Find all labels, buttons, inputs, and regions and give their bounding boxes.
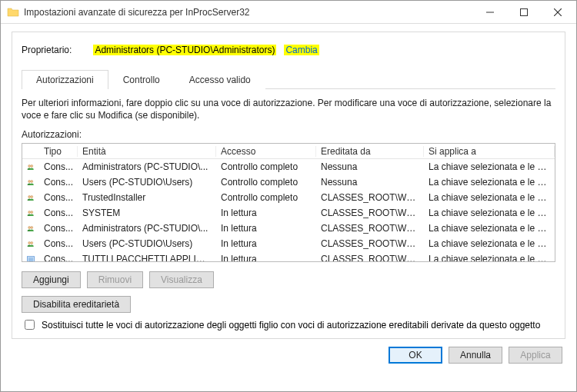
cell-inherited: CLASSES_ROOT\Wow6...	[316, 223, 424, 234]
user-group-icon	[27, 162, 35, 172]
replace-child-entries-label: Sostituisci tutte le voci di autorizzazi…	[42, 320, 540, 331]
cell-inherited: Nessuna	[316, 177, 424, 188]
remove-button: Rimuovi	[87, 271, 143, 288]
cell-access: In lettura	[216, 238, 316, 249]
col-entity[interactable]: Entità	[78, 146, 216, 157]
svg-point-10	[28, 211, 31, 213]
cell-access: In lettura	[216, 223, 316, 234]
help-text: Per ulteriori informazioni, fare doppio …	[22, 97, 555, 121]
cell-type: Cons...	[39, 208, 78, 218]
list-row[interactable]: Cons...TrustedInstallerControllo complet…	[22, 190, 555, 205]
owner-value: Administrators (PC-STUDIO\Administrators…	[93, 45, 276, 55]
cell-type: Cons...	[39, 177, 78, 188]
main-panel: Proprietario: Administrators (PC-STUDIO\…	[12, 32, 565, 339]
svg-point-9	[31, 195, 33, 198]
cell-entity: Administrators (PC-STUDIO\...	[78, 161, 216, 172]
svg-point-13	[31, 226, 33, 228]
cell-applies: La chiave selezionata e le sotto...	[424, 238, 555, 249]
titlebar[interactable]: Impostazioni avanzate di sicurezza per I…	[1, 1, 576, 24]
tab-strip: Autorizzazioni Controllo Accesso valido	[22, 69, 555, 89]
tab-permissions[interactable]: Autorizzazioni	[22, 70, 108, 89]
svg-point-6	[28, 180, 31, 182]
maximize-icon	[520, 8, 528, 16]
user-group-icon	[27, 224, 35, 234]
svg-point-12	[28, 226, 31, 228]
minimize-button[interactable]	[473, 2, 507, 23]
cell-applies: La chiave selezionata e le sotto...	[424, 161, 555, 172]
cell-entity: TrustedInstaller	[78, 192, 216, 203]
minimize-icon	[486, 8, 494, 16]
disable-inheritance-button[interactable]: Disabilita ereditarietà	[22, 296, 131, 313]
list-row[interactable]: Cons...TUTTI I PACCHETTI APPLICA...In le…	[22, 251, 555, 262]
col-applies[interactable]: Si applica a	[424, 146, 555, 157]
svg-point-7	[31, 180, 33, 182]
user-group-icon	[27, 239, 35, 249]
permissions-list[interactable]: Tipo Entità Accesso Ereditata da Si appl…	[22, 143, 555, 262]
cell-inherited: CLASSES_ROOT\Wow6...	[316, 238, 424, 249]
cell-applies: La chiave selezionata e le sotto...	[424, 177, 555, 188]
ok-button[interactable]: OK	[389, 347, 442, 364]
list-row[interactable]: Cons...SYSTEMIn letturaCLASSES_ROOT\Wow6…	[22, 205, 555, 221]
col-type[interactable]: Tipo	[39, 146, 78, 157]
list-row[interactable]: Cons...Administrators (PC-STUDIO\...In l…	[22, 221, 555, 236]
tab-auditing[interactable]: Controllo	[108, 70, 175, 89]
cell-type: Cons...	[39, 161, 78, 172]
cell-applies: La chiave selezionata e le sotto...	[424, 192, 555, 203]
cell-inherited: CLASSES_ROOT\Wow6...	[316, 208, 424, 218]
cell-type: Cons...	[39, 238, 78, 249]
maximize-button[interactable]	[507, 2, 541, 23]
cell-access: Controllo completo	[216, 177, 316, 188]
cell-entity: TUTTI I PACCHETTI APPLICA...	[78, 254, 216, 262]
view-button: Visualizza	[149, 271, 214, 288]
user-group-icon	[27, 208, 35, 218]
svg-point-11	[31, 211, 33, 213]
svg-point-8	[28, 195, 31, 198]
dialog-footer: OK Annulla Applica	[1, 339, 576, 371]
svg-point-5	[31, 164, 33, 167]
col-inherited[interactable]: Ereditata da	[316, 146, 424, 157]
list-header: Tipo Entità Accesso Ereditata da Si appl…	[22, 144, 555, 159]
cell-entity: SYSTEM	[78, 208, 216, 218]
cell-type: Cons...	[39, 192, 78, 203]
list-row[interactable]: Cons...Users (PC-STUDIO\Users)Controllo …	[22, 174, 555, 190]
cell-access: Controllo completo	[216, 161, 316, 172]
cell-type: Cons...	[39, 223, 78, 234]
apply-button: Applica	[509, 347, 562, 364]
folder-icon	[7, 6, 19, 18]
cell-inherited: CLASSES_ROOT\Wow6...	[316, 192, 424, 203]
cancel-button[interactable]: Annulla	[449, 347, 502, 364]
cell-applies: La chiave selezionata e le sotto...	[424, 223, 555, 234]
list-row[interactable]: Cons...Users (PC-STUDIO\Users)In lettura…	[22, 236, 555, 251]
cell-access: Controllo completo	[216, 192, 316, 203]
replace-child-entries-checkbox[interactable]	[25, 320, 35, 330]
close-icon	[554, 8, 562, 16]
cell-inherited: CLASSES_ROOT\Wow6...	[316, 254, 424, 262]
cell-access: In lettura	[216, 254, 316, 262]
cell-access: In lettura	[216, 208, 316, 218]
owner-label: Proprietario:	[22, 45, 72, 55]
change-owner-link[interactable]: Cambia	[284, 45, 319, 55]
svg-point-14	[28, 241, 31, 244]
list-row[interactable]: Cons...Administrators (PC-STUDIO\...Cont…	[22, 159, 555, 174]
cell-entity: Users (PC-STUDIO\Users)	[78, 238, 216, 249]
cell-type: Cons...	[39, 254, 78, 262]
cell-applies: La chiave selezionata e le sotto...	[424, 254, 555, 262]
user-group-icon	[27, 178, 35, 188]
app-package-icon	[27, 254, 35, 263]
svg-point-15	[31, 241, 33, 244]
owner-row: Proprietario: Administrators (PC-STUDIO\…	[22, 45, 555, 55]
svg-rect-1	[521, 8, 528, 15]
add-button[interactable]: Aggiungi	[22, 271, 81, 288]
cell-applies: La chiave selezionata e le sotto...	[424, 208, 555, 218]
svg-point-4	[28, 164, 31, 167]
col-access[interactable]: Accesso	[216, 146, 316, 157]
close-button[interactable]	[541, 2, 575, 23]
cell-entity: Administrators (PC-STUDIO\...	[78, 223, 216, 234]
permissions-label: Autorizzazioni:	[22, 129, 555, 140]
cell-inherited: Nessuna	[316, 161, 424, 172]
tab-effective-access[interactable]: Accesso valido	[175, 70, 265, 89]
user-group-icon	[27, 193, 35, 203]
window-title: Impostazioni avanzate di sicurezza per I…	[24, 7, 473, 18]
cell-entity: Users (PC-STUDIO\Users)	[78, 177, 216, 188]
